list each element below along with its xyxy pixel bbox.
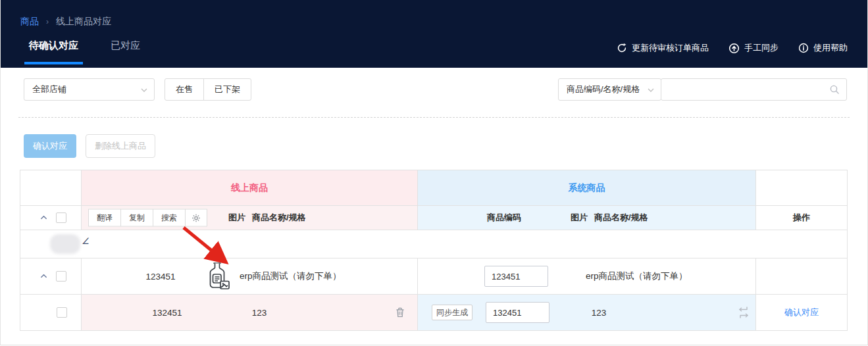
system-group-title: 系统商品 [418, 170, 755, 205]
row2-online-name: 123 [240, 295, 279, 330]
tab-pending-confirm[interactable]: 待确认对应 [24, 39, 83, 52]
search-input[interactable] [661, 78, 847, 101]
row1-online-cell: 123451 erp商品测试（请勿下单） [82, 259, 418, 295]
breadcrumb-separator: › [46, 17, 49, 26]
swap-icon[interactable] [737, 307, 750, 318]
sale-status-button-group: 在售 已下架 [165, 78, 251, 101]
breadcrumb-current: 线上商品对应 [56, 16, 111, 28]
top-navbar: 商品 › 线上商品对应 待确认对应 已对应 更新待审核订单商品 手工同步 使用帮… [0, 0, 868, 68]
row2-confirm-match-link[interactable]: 确认对应 [756, 295, 847, 330]
breadcrumb: 商品 › 线上商品对应 [20, 16, 111, 28]
row1-system-cell: erp商品测试（请勿下单） [418, 259, 756, 295]
system-name-col-header: 商品名称/规格 [594, 212, 648, 224]
row2-system-name: 123 [579, 295, 619, 330]
collapse-caret-icon[interactable] [40, 215, 47, 220]
sync-generate-button[interactable]: 同步生成 [432, 305, 472, 320]
update-pending-orders-button[interactable]: 更新待审核订单商品 [617, 42, 709, 54]
row2-online-code: 132451 [128, 295, 207, 330]
collapse-caret-icon[interactable] [40, 274, 47, 279]
row1-online-name: erp商品测试（请勿下单） [240, 259, 342, 294]
row1-system-code-input[interactable] [484, 266, 548, 287]
refresh-icon [617, 43, 627, 53]
online-subheader-cell: 翻译 复制 搜索 图片 商品名称/规格 [82, 206, 418, 230]
search-tool-button[interactable]: 搜索 [153, 209, 186, 227]
row1-ops-cell [756, 259, 848, 295]
row2-ops-cell: 确认对应 [756, 295, 848, 331]
store-link-glyph: ∠ [82, 236, 89, 246]
select-all-checkbox[interactable] [56, 212, 66, 223]
breadcrumb-root[interactable]: 商品 [20, 16, 39, 28]
system-code-col-header: 商品编码 [487, 212, 521, 224]
shop-select-value: 全部店铺 [32, 84, 66, 95]
online-image-col-header: 图片 [228, 212, 245, 224]
ops-group-header [756, 170, 848, 206]
off-shelf-button[interactable]: 已下架 [203, 78, 251, 101]
dashed-divider [18, 117, 850, 118]
row1-online-code: 123451 [121, 259, 200, 294]
row2-checkbox[interactable] [57, 307, 67, 318]
search-icon[interactable] [829, 84, 840, 95]
tab-bar: 待确认对应 已对应 [24, 39, 140, 52]
search-box [661, 78, 847, 101]
confirm-match-button[interactable]: 确认对应 [24, 134, 76, 158]
online-name-col-header: 商品名称/规格 [252, 212, 306, 224]
select-all-cell [20, 206, 82, 230]
online-group-title: 线上商品 [82, 170, 417, 205]
system-product-group-header: 系统商品 [418, 170, 756, 206]
help-button[interactable]: 使用帮助 [798, 42, 848, 54]
product-match-table: 线上商品 系统商品 翻译 复制 搜索 图片 商品名称/规格 商品编码 [20, 170, 848, 331]
online-product-group-header: 线上商品 [82, 170, 418, 206]
translate-button[interactable]: 翻译 [88, 209, 121, 227]
row1-select-cell [20, 259, 82, 295]
row2-system-cell: 同步生成 123 [418, 295, 756, 331]
manual-sync-button[interactable]: 手工同步 [728, 42, 779, 54]
search-type-select[interactable]: 商品编码/名称/规格 [558, 78, 661, 101]
row2-select-cell [20, 295, 82, 331]
product-image-placeholder-icon[interactable] [204, 262, 230, 291]
corner-cell [20, 170, 82, 206]
on-sale-button[interactable]: 在售 [165, 78, 204, 101]
online-tools-group: 翻译 复制 搜索 [89, 209, 207, 227]
tab-matched[interactable]: 已对应 [111, 39, 140, 52]
topbar-actions: 更新待审核订单商品 手工同步 使用帮助 [617, 42, 848, 54]
row1-system-name: erp商品测试（请勿下单） [586, 259, 688, 294]
system-image-col-header: 图片 [571, 212, 588, 224]
active-tab-indicator [24, 62, 83, 64]
row1-checkbox[interactable] [56, 271, 66, 282]
chevron-down-icon [647, 86, 655, 94]
info-icon [798, 43, 809, 53]
store-row: ∠ [20, 230, 848, 259]
system-subheader-cell: 商品编码 图片 商品名称/规格 [418, 206, 756, 230]
ops-subheader-cell: 操作 [756, 206, 848, 230]
shop-select[interactable]: 全部店铺 [24, 78, 155, 101]
row2-system-code-input[interactable] [486, 302, 549, 323]
ops-col-header: 操作 [793, 212, 810, 224]
store-name-redacted [50, 234, 80, 254]
row2-online-cell: 132451 123 [82, 295, 418, 331]
gear-icon[interactable] [185, 209, 207, 227]
copy-button[interactable]: 复制 [120, 209, 153, 227]
upload-sync-icon [728, 43, 740, 54]
search-type-value: 商品编码/名称/规格 [567, 84, 640, 95]
chevron-down-icon [140, 86, 148, 94]
trash-icon[interactable] [395, 307, 405, 318]
delete-online-product-button[interactable]: 删除线上商品 [86, 134, 155, 158]
